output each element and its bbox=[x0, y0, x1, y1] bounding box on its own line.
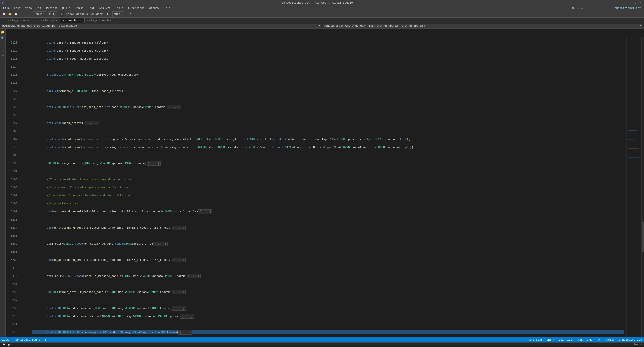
menu-file[interactable]: File bbox=[1, 6, 12, 10]
method-nav-dropdown[interactable]: window_proc(HWND wnd, UINT msg, WPARAM w… bbox=[323, 24, 643, 28]
status-repos: 2 Repositories bbox=[619, 338, 642, 342]
fold-btn-3314[interactable]: ▸ bbox=[19, 274, 30, 278]
fold-btn-3190[interactable]: ▸ bbox=[19, 161, 30, 165]
scrollbar-thumb[interactable] bbox=[642, 222, 644, 252]
tab-close-icon[interactable]: ✕ bbox=[34, 19, 36, 22]
menu-help[interactable]: Help bbox=[162, 6, 172, 10]
fold-btn-6738[interactable]: ▸ bbox=[19, 306, 30, 310]
code-line-3127: explicit window_t(HINSTANCE inst) : base… bbox=[32, 89, 624, 93]
tab-label: main_window.h bbox=[87, 19, 109, 22]
output-bar: Output Ready bbox=[0, 342, 644, 346]
fold-btn-3262[interactable]: ▸ bbox=[19, 242, 30, 246]
pause-button[interactable]: ⏸ bbox=[105, 12, 110, 16]
status-encoding[interactable]: CRLF bbox=[587, 338, 593, 342]
toolbar-undo[interactable]: ↩ bbox=[21, 12, 25, 16]
output-tab[interactable]: Output bbox=[2, 343, 14, 346]
toolbar-separator-2 bbox=[31, 12, 31, 17]
fold-btn-6778[interactable]: ▸ bbox=[19, 314, 30, 318]
fold-btn-3129[interactable]: ▸ bbox=[19, 105, 30, 109]
line-numbers: 3121 3122 3123 3124 3125 3126 3127 3128 … bbox=[6, 37, 19, 337]
code-content[interactable]: using base_t::remove_message_callback; u… bbox=[30, 37, 626, 337]
tab-close-icon[interactable]: ✕ bbox=[56, 19, 57, 22]
menu-extensions[interactable]: Extensions bbox=[126, 6, 147, 10]
code-line-3314: std::pair<LRESULT, bool> default_message… bbox=[32, 274, 624, 278]
code-editor[interactable]: 3121 3122 3123 3124 3125 3126 3127 3128 … bbox=[6, 29, 644, 337]
code-line-3196: //on_command. This calls get_commandhand… bbox=[32, 186, 624, 190]
toolbar-git[interactable]: ⎇ bbox=[127, 12, 132, 16]
profile-dropdown[interactable]: Auto ▾ bbox=[112, 11, 124, 17]
menu-edit[interactable]: Edit bbox=[12, 6, 23, 10]
activity-git-icon[interactable]: ⎇ bbox=[0, 42, 5, 47]
main-area: 📁 🔍 ⎇ ▷ ≡ 3121 3122 3123 3124 3125 3126 … bbox=[0, 29, 644, 337]
code-line-3189 bbox=[32, 153, 624, 157]
fold-btn-3157[interactable]: ▸ bbox=[19, 121, 30, 125]
window-title: CompositionUITest - Microsoft Visual Stu… bbox=[5, 1, 629, 4]
fold-btn-3176[interactable]: ▸ bbox=[19, 145, 30, 149]
menu-project[interactable]: Project bbox=[44, 6, 60, 10]
debug-config-dropdown[interactable]: Debug ▾ bbox=[33, 11, 46, 17]
fold-btn-3162[interactable]: ▸ bbox=[19, 137, 30, 141]
class-nav-dropdown[interactable]: @windowing::window_t<DerivedType, Unicod… bbox=[1, 24, 321, 28]
fold-btn-3199[interactable]: ▸ bbox=[19, 210, 30, 214]
code-line-6732: LRESULT simple_default_message_handler(U… bbox=[32, 290, 624, 294]
tab-main-cpp[interactable]: main.cpp ✕ bbox=[38, 18, 60, 23]
maximize-button[interactable]: □ bbox=[634, 1, 637, 5]
tab-main-window-h[interactable]: main_window.h ✕ bbox=[85, 18, 114, 23]
toolbar-redo[interactable]: ↪ bbox=[26, 12, 30, 16]
tab-label: window.hpp bbox=[63, 19, 79, 22]
chevron-down-icon: ▾ bbox=[318, 24, 320, 27]
menu-debug[interactable]: Debug bbox=[73, 6, 85, 10]
tab-window-hpp[interactable]: window.hpp ✕ bbox=[60, 18, 85, 23]
platform-dropdown[interactable]: x64 ▾ bbox=[48, 11, 57, 17]
code-line-3128 bbox=[32, 97, 624, 101]
vertical-scrollbar[interactable] bbox=[641, 37, 644, 337]
menu-test[interactable]: Test bbox=[86, 6, 96, 10]
tab-close-icon[interactable]: ✕ bbox=[80, 19, 82, 22]
code-line-3195: //This is used when there is a command t… bbox=[32, 178, 624, 182]
run-label[interactable]: Local Windows Debugger bbox=[65, 12, 104, 16]
tab-close-icon[interactable]: ✕ bbox=[110, 19, 111, 22]
menu-analyze[interactable]: Analyze bbox=[97, 6, 113, 10]
search-box[interactable]: 🔍 bbox=[570, 6, 608, 10]
activity-search-icon[interactable]: 🔍 bbox=[0, 36, 5, 41]
activity-props-icon[interactable]: ≡ bbox=[0, 54, 5, 59]
menu-build[interactable]: Build bbox=[60, 6, 72, 10]
tab-main-window-cpp[interactable]: main_window.cpp ✕ bbox=[6, 18, 38, 23]
code-line-6737 bbox=[32, 298, 624, 302]
status-ready: Ready bbox=[634, 343, 642, 346]
toolbar-save[interactable]: 💾 bbox=[13, 12, 19, 16]
menu-window[interactable]: Window bbox=[147, 6, 161, 10]
code-line-3157: static bool hook_create() { ... } bbox=[32, 121, 624, 125]
menu-git[interactable]: Git bbox=[34, 6, 44, 10]
toolbar-separator-1 bbox=[20, 12, 20, 17]
fold-btn-6732[interactable]: ▸ bbox=[19, 290, 30, 294]
toolbar-open[interactable]: 📂 bbox=[7, 12, 13, 16]
platform-label: x64 bbox=[49, 13, 54, 16]
run-button[interactable]: ▶ bbox=[60, 11, 64, 17]
nav-class-label: @windowing::window_t<DerivedType, Unicod… bbox=[2, 24, 79, 27]
code-line-6815: static LRESULT CALLBACK window_proc(HWND… bbox=[32, 330, 624, 334]
toolbar-separator-4 bbox=[111, 12, 111, 17]
window-controls[interactable]: ─ □ ✕ bbox=[629, 1, 642, 5]
titlebar: ⬡ CompositionUITest - Microsoft Visual S… bbox=[0, 0, 644, 6]
toolbar-separator-3 bbox=[59, 12, 59, 17]
code-line-3125: friend class track_mouse_policy<DerivedT… bbox=[32, 73, 624, 77]
activity-debug-icon[interactable]: ▷ bbox=[0, 48, 5, 53]
menu-tools[interactable]: Tools bbox=[113, 6, 126, 10]
activity-explorer-icon[interactable]: 📁 bbox=[0, 30, 5, 35]
app-logo-icon: ⬡ bbox=[2, 1, 5, 5]
chevron-down-icon: ▾ bbox=[121, 12, 123, 16]
menu-bar: File Edit View Git Project Build Debug T… bbox=[0, 6, 644, 11]
status-git-branch[interactable]: master bbox=[605, 338, 615, 342]
fold-btn-6815[interactable]: ▸ bbox=[19, 330, 30, 334]
toolbar-new[interactable]: 📄 bbox=[1, 12, 7, 16]
menu-view[interactable]: View bbox=[23, 6, 34, 10]
fold-btn-3237[interactable]: ▸ bbox=[19, 226, 30, 230]
fold-btn-3289[interactable]: ▸ bbox=[19, 258, 30, 262]
status-tabs[interactable]: TABS bbox=[576, 338, 583, 342]
minimize-button[interactable]: ─ bbox=[629, 1, 633, 5]
toolbar-separator-5 bbox=[125, 12, 125, 17]
close-button[interactable]: ✕ bbox=[638, 1, 642, 5]
chevron-down-icon: ▾ bbox=[43, 12, 45, 16]
search-input[interactable] bbox=[576, 7, 607, 10]
